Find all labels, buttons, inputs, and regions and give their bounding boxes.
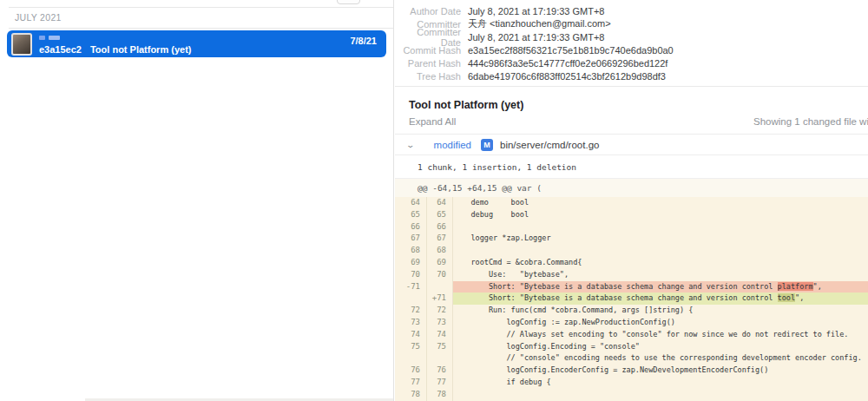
file-path: bin/server/cmd/root.go xyxy=(500,140,599,150)
code-line xyxy=(453,389,868,401)
diff-toolbar: Expand All Showing 1 changed file with 1… xyxy=(395,116,868,135)
old-line-number: 72 xyxy=(395,305,427,317)
old-line-number xyxy=(395,293,427,305)
old-line-number: 70 xyxy=(395,269,427,281)
changes-summary: Showing 1 changed file with 1 add xyxy=(753,116,868,127)
meta-value: 天舟 <tianzhouchen@gmail.com> xyxy=(468,17,611,30)
commit-summary: e3a15ec2Tool not Platform (yet) xyxy=(39,44,191,55)
old-line-number: 64 xyxy=(395,197,427,209)
commit-list-item-selected[interactable]: e3a15ec2Tool not Platform (yet) 7/8/21 xyxy=(7,30,386,57)
old-line-number: 73 xyxy=(395,317,427,329)
diff-row: 6767 logger *zap.Logger xyxy=(395,233,868,245)
meta-row: Parent Hash444c986f3a3e5c14777cff0e2e066… xyxy=(395,56,868,69)
code-line xyxy=(453,245,868,257)
commit-detail-panel: Author DateJuly 8, 2021 at 17:19:33 GMT+… xyxy=(395,0,868,401)
partial-button-fragment xyxy=(337,0,360,4)
new-line-number: 74 xyxy=(427,329,453,341)
new-line-number: 67 xyxy=(427,233,453,245)
code-line: Run: func(cmd *cobra.Command, args []str… xyxy=(453,305,868,317)
code-line: Use: "bytebase", xyxy=(453,269,868,281)
meta-value: 444c986f3a3e5c14777cff0e2e0669296bed122f xyxy=(468,58,667,69)
commit-short-hash: e3a15ec2 xyxy=(39,44,82,55)
diff-row: 6464 demo bool xyxy=(395,197,868,209)
group-header-label: JULY 2021 xyxy=(9,8,393,29)
new-line-number xyxy=(427,352,453,365)
hunk-header: @@ -64,15 +64,15 @@ var ( xyxy=(395,179,868,197)
meta-label: Tree Hash xyxy=(395,71,461,82)
meta-row: Committer DateJuly 8, 2021 at 17:19:33 G… xyxy=(395,30,868,43)
old-line-number: 66 xyxy=(395,221,427,233)
commit-date: 7/8/21 xyxy=(350,36,377,46)
code-line: Short: "Bytebase is a database schema ch… xyxy=(453,293,868,305)
code-line: // "console" encoding needs to use the c… xyxy=(453,352,868,365)
code-line: debug bool xyxy=(453,209,868,221)
changed-file-row[interactable]: ⌄ modified M bin/server/cmd/root.go xyxy=(395,135,868,155)
diff-row: 7777 if debug { xyxy=(395,377,868,389)
redacted-author-name xyxy=(39,36,60,40)
diff-row: +71 Short: "Bytebase is a database schem… xyxy=(395,293,868,305)
diff-stats: 1 chunk, 1 insertion, 1 deletion xyxy=(395,155,868,179)
commit-message-title: Tool not Platform (yet) xyxy=(395,87,868,116)
new-line-number: 73 xyxy=(427,317,453,329)
diff-row: 6666 xyxy=(395,221,868,233)
author-avatar xyxy=(11,33,32,56)
old-line-number: 74 xyxy=(395,329,427,341)
new-line-number: 75 xyxy=(427,341,453,353)
old-line-number: 69 xyxy=(395,257,427,269)
diff-row: 7575 logConfig.Encoding = "console" xyxy=(395,341,868,353)
chevron-down-icon[interactable]: ⌄ xyxy=(405,141,415,149)
new-line-number: 70 xyxy=(427,269,453,281)
new-line-number xyxy=(427,281,453,293)
commit-list-panel: JULY 2021 e3a15ec2Tool not Platform (yet… xyxy=(0,0,394,401)
code-line: Short: "Bytebase is a database schema ch… xyxy=(453,281,868,293)
file-status-label: modified xyxy=(434,140,471,150)
expand-all-button[interactable]: Expand All xyxy=(409,116,456,127)
old-line-number: -71 xyxy=(395,281,427,293)
commit-message: Tool not Platform (yet) xyxy=(90,44,192,55)
code-line: logger *zap.Logger xyxy=(453,233,868,245)
new-line-number: 72 xyxy=(427,305,453,317)
old-line-number xyxy=(395,352,427,365)
new-line-number: 66 xyxy=(427,221,453,233)
old-line-number: 67 xyxy=(395,233,427,245)
diff-row: 6565 debug bool xyxy=(395,209,868,221)
code-line: rootCmd = &cobra.Command{ xyxy=(453,257,868,269)
old-line-number: 77 xyxy=(395,377,427,389)
meta-row: Tree Hash6dabe419706c6f883ff02514c3bf261… xyxy=(395,69,868,82)
meta-row: Committer天舟 <tianzhouchen@gmail.com> xyxy=(395,17,868,30)
commit-meta: Author DateJuly 8, 2021 at 17:19:33 GMT+… xyxy=(395,0,868,87)
meta-value: July 8, 2021 at 17:19:33 GMT+8 xyxy=(468,6,604,16)
new-line-number: 68 xyxy=(427,245,453,257)
meta-label: Commit Hash xyxy=(395,45,461,56)
diff-view: 6464 demo bool6565 debug bool66666767 lo… xyxy=(395,197,868,401)
diff-row: 7878 xyxy=(395,389,868,401)
code-line: logConfig.EncoderConfig = zap.NewDevelop… xyxy=(453,365,868,377)
code-line: if debug { xyxy=(453,377,868,389)
old-line-number: 75 xyxy=(395,341,427,353)
diff-row: 6868 xyxy=(395,245,868,257)
new-line-number: 69 xyxy=(427,257,453,269)
meta-row: Author DateJuly 8, 2021 at 17:19:33 GMT+… xyxy=(395,4,868,17)
diff-row: // "console" encoding needs to use the c… xyxy=(395,352,868,365)
word-diff-highlight: tool xyxy=(778,293,795,302)
old-line-number: 76 xyxy=(395,365,427,377)
new-line-number: 64 xyxy=(427,197,453,209)
new-line-number: 77 xyxy=(427,377,453,389)
new-line-number: 78 xyxy=(427,389,453,401)
diff-row: 7070 Use: "bytebase", xyxy=(395,269,868,281)
meta-row: Commit Hashe3a15ec2f88f56321c75e1b81b9c7… xyxy=(395,43,868,56)
old-line-number: 68 xyxy=(395,245,427,257)
code-line: logConfig.Encoding = "console" xyxy=(453,341,868,353)
modified-badge-icon: M xyxy=(481,139,493,151)
diff-row: 7474 // Always set encoding to "console"… xyxy=(395,329,868,341)
code-line: // Always set encoding to "console" for … xyxy=(453,329,868,341)
old-line-number: 78 xyxy=(395,389,427,401)
new-line-number: 76 xyxy=(427,365,453,377)
code-line xyxy=(453,221,868,233)
commit-group-header: JULY 2021 xyxy=(9,7,393,29)
meta-label: Parent Hash xyxy=(395,58,461,69)
diff-row: 7676 logConfig.EncoderConfig = zap.NewDe… xyxy=(395,365,868,377)
meta-value: July 8, 2021 at 17:19:33 GMT+8 xyxy=(468,32,604,43)
diff-row: -71 Short: "Bytebase is a database schem… xyxy=(395,281,868,293)
diff-row: 7373 logConfig := zap.NewProductionConfi… xyxy=(395,317,868,329)
